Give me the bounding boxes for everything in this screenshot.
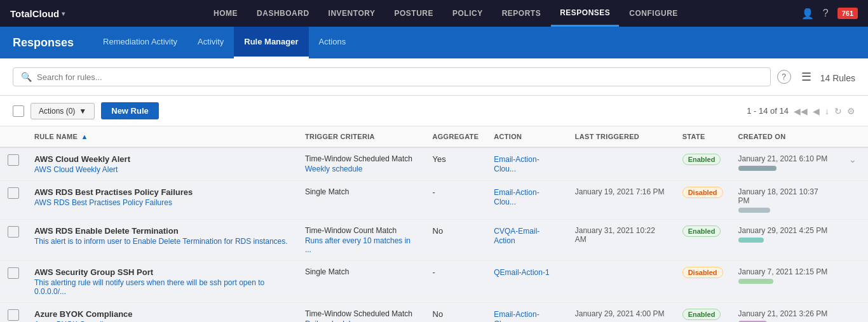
- rules-count: 14Rules: [818, 69, 855, 85]
- expand-icon[interactable]: ⌄: [845, 153, 860, 166]
- prev-icon[interactable]: ◀: [813, 106, 820, 116]
- th-last-triggered: LAST TRIGGERED: [567, 126, 675, 147]
- td-action: Email-Action-Clou...: [486, 147, 567, 181]
- row-checkbox-cell: [0, 147, 27, 181]
- pagination-info: 1 - 14 of 14 ◀◀ ◀ ↓ ↻ ⚙: [747, 106, 855, 116]
- td-state: Enabled: [675, 303, 731, 323]
- td-expand: [837, 303, 868, 323]
- action-text: Email-Action-Clou...: [494, 155, 539, 173]
- td-expand: [837, 181, 868, 220]
- notification-badge[interactable]: 761: [837, 8, 858, 19]
- nav-inventory[interactable]: INVENTORY: [320, 0, 384, 27]
- created-avatar: [738, 208, 830, 213]
- action-link[interactable]: QEmail-Action-1: [494, 268, 549, 277]
- table-row: AWS RDS Best Practises Policy Failures A…: [0, 181, 868, 220]
- created-date: January 18, 2021 10:37 PM: [738, 187, 830, 205]
- search-bar-row: 🔍 ? ☰ 14Rules: [0, 58, 868, 96]
- filter-menu-icon[interactable]: ☰: [801, 70, 811, 84]
- prev-first-icon[interactable]: ◀◀: [794, 106, 808, 116]
- td-last-triggered: January 29, 2021 4:00 PM: [567, 303, 675, 323]
- table-row: AWS RDS Enable Delete Termination This a…: [0, 220, 868, 261]
- created-date: January 21, 2021 3:26 PM: [738, 309, 830, 318]
- table-header-row: RULE NAME ▲ TRIGGER CRITERIA AGGREGATE A…: [0, 126, 868, 147]
- rule-name-text: AWS Security Group SSH Port: [34, 267, 290, 277]
- nav-policy[interactable]: POLICY: [444, 0, 492, 27]
- rule-name-text: AWS RDS Enable Delete Termination: [34, 226, 290, 236]
- nav-responses[interactable]: RESPONSES: [551, 0, 619, 27]
- td-expand: [837, 220, 868, 261]
- settings-icon[interactable]: ⚙: [847, 106, 855, 116]
- nav-posture[interactable]: POSTURE: [385, 0, 442, 27]
- brand-chevron-icon: ▾: [62, 10, 65, 17]
- search-icon: 🔍: [21, 72, 32, 82]
- nav-home[interactable]: HOME: [205, 0, 247, 27]
- top-nav: TotalCloud ▾ HOME DASHBOARD INVENTORY PO…: [0, 0, 868, 27]
- row-checkbox[interactable]: [8, 309, 19, 321]
- td-last-triggered: [567, 147, 675, 181]
- help-icon[interactable]: ?: [823, 8, 829, 19]
- td-rule-name: Azure BYOK Compliance Azure BYOK Complia…: [27, 303, 297, 323]
- actions-label: Actions (0): [39, 107, 75, 116]
- td-action: Email-Action-Clou...: [486, 181, 567, 220]
- state-badge: Disabled: [682, 267, 723, 278]
- row-checkbox[interactable]: [8, 187, 19, 199]
- pagination-text: 1 - 14 of 14: [747, 106, 789, 116]
- tab-remediation-activity[interactable]: Remediation Activity: [93, 27, 187, 58]
- table-row: Azure BYOK Compliance Azure BYOK Complia…: [0, 303, 868, 323]
- td-trigger: Time-Window Scheduled Match Weekly sched…: [297, 147, 425, 181]
- refresh-icon[interactable]: ↻: [834, 106, 842, 116]
- th-trigger-criteria: TRIGGER CRITERIA: [297, 126, 425, 147]
- nav-configure[interactable]: CONFIGURE: [620, 0, 687, 27]
- row-checkbox-cell: [0, 261, 27, 303]
- created-avatar: [738, 279, 830, 284]
- actions-chevron-icon: ▼: [79, 107, 86, 116]
- td-expand: [837, 261, 868, 303]
- created-avatar: [738, 166, 830, 171]
- rule-sub-text: AWS RDS Best Practises Policy Failures: [34, 198, 290, 207]
- avatar-bar: [738, 279, 773, 284]
- th-checkbox: [0, 126, 27, 147]
- user-icon[interactable]: 👤: [801, 8, 814, 20]
- download-icon[interactable]: ↓: [825, 106, 829, 116]
- td-last-triggered: January 31, 2021 10:22 AM: [567, 220, 675, 261]
- rule-name-text: Azure BYOK Compliance: [34, 309, 290, 319]
- rule-sub-text: This alerting rule will notify users whe…: [34, 278, 290, 296]
- rules-table: RULE NAME ▲ TRIGGER CRITERIA AGGREGATE A…: [0, 126, 868, 322]
- td-aggregate: -: [425, 261, 487, 303]
- td-rule-name: AWS RDS Best Practises Policy Failures A…: [27, 181, 297, 220]
- trigger-main-text: Single Match: [305, 267, 417, 276]
- row-checkbox[interactable]: [8, 267, 19, 279]
- rule-name-text: AWS Cloud Weekly Alert: [34, 154, 290, 164]
- search-help-icon[interactable]: ?: [777, 70, 791, 84]
- new-rule-button[interactable]: New Rule: [101, 102, 159, 119]
- th-rule-name[interactable]: RULE NAME ▲: [27, 126, 297, 147]
- th-created-on: CREATED ON: [731, 126, 837, 147]
- brand-logo[interactable]: TotalCloud ▾: [10, 8, 65, 19]
- td-aggregate: No: [425, 220, 487, 261]
- td-created: January 21, 2021 3:26 PM: [731, 303, 837, 323]
- td-expand: ⌄: [837, 147, 868, 181]
- row-checkbox[interactable]: [8, 154, 19, 166]
- state-badge: Enabled: [682, 225, 721, 237]
- td-aggregate: Yes: [425, 147, 487, 181]
- trigger-main-text: Time-Window Scheduled Match: [305, 309, 417, 318]
- td-state: Disabled: [675, 181, 731, 220]
- row-checkbox-cell: [0, 220, 27, 261]
- state-badge: Enabled: [682, 309, 721, 320]
- search-input[interactable]: [37, 72, 763, 82]
- avatar-bar: [738, 238, 764, 243]
- td-action: QEmail-Action-1: [486, 261, 567, 303]
- tab-rule-manager[interactable]: Rule Manager: [234, 27, 308, 58]
- row-checkbox[interactable]: [8, 226, 19, 238]
- rule-sub-text: AWS Cloud Weekly Alert: [34, 165, 290, 174]
- select-all-checkbox[interactable]: [13, 105, 24, 117]
- td-created: January 18, 2021 10:37 PM: [731, 181, 837, 220]
- trigger-sub: Weekly schedule: [305, 164, 417, 173]
- td-trigger: Time-Window Count Match Runs after every…: [297, 220, 425, 261]
- tab-activity[interactable]: Activity: [187, 27, 234, 58]
- tab-actions[interactable]: Actions: [309, 27, 356, 58]
- actions-dropdown-button[interactable]: Actions (0) ▼: [31, 103, 95, 119]
- nav-dashboard[interactable]: DASHBOARD: [248, 0, 318, 27]
- nav-reports[interactable]: REPORTS: [493, 0, 550, 27]
- page-title: Responses: [13, 36, 74, 50]
